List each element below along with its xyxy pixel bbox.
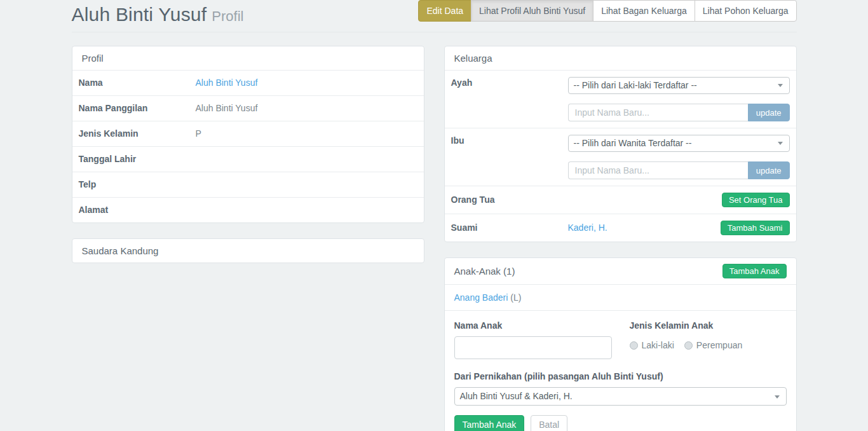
ayah-select[interactable]: -- Pilih dari Laki-laki Terdaftar -- (568, 77, 790, 94)
table-row-jenis-kelamin: Jenis Kelamin P (72, 121, 424, 146)
nama-anak-input[interactable] (454, 336, 612, 359)
ayah-update-button[interactable]: update (748, 104, 790, 121)
ibu-select[interactable]: -- Pilih dari Wanita Terdaftar -- (568, 135, 790, 152)
profil-panel: Profil Nama Aluh Binti Yusuf Nama Panggi… (72, 46, 424, 223)
radio-perempuan-label: Perempuan (696, 340, 742, 350)
ibu-select-value: -- Pilih dari Wanita Terdaftar -- (574, 138, 692, 148)
profil-panel-title: Profil (72, 46, 424, 70)
edit-data-button[interactable]: Edit Data (418, 0, 471, 22)
child-link[interactable]: Anang Baderi (454, 292, 508, 303)
page-subtitle: Profil (212, 8, 243, 24)
row-label: Alamat (79, 204, 196, 216)
table-row-orang-tua: Orang Tua Set Orang Tua (445, 186, 796, 214)
row-label: Jenis Kelamin (79, 128, 196, 140)
batal-button[interactable]: Batal (531, 415, 567, 431)
main-container: Aluh Binti YusufProfil Edit Data Lihat P… (72, 0, 797, 431)
set-orang-tua-button[interactable]: Set Orang Tua (722, 193, 790, 207)
table-row-ayah: Ayah -- Pilih dari Laki-laki Terdaftar -… (445, 70, 796, 128)
suami-link[interactable]: Kaderi, H. (568, 222, 607, 234)
tambah-anak-submit-button[interactable]: Tambah Anak (454, 415, 525, 431)
ibu-nama-baru-input[interactable] (568, 161, 748, 179)
nama-anak-label: Nama Anak (454, 320, 612, 331)
lihat-profil-button[interactable]: Lihat Profil Aluh Binti Yusuf (471, 0, 593, 22)
ayah-select-value: -- Pilih dari Laki-laki Terdaftar -- (574, 80, 697, 90)
form-actions: Tambah Anak Batal (454, 415, 787, 431)
tambah-anak-header-button[interactable]: Tambah Anak (722, 264, 787, 278)
saudara-kandung-panel-title: Saudara Kandung (72, 239, 424, 263)
row-label: Tanggal Lahir (79, 153, 196, 165)
ibu-input-group: update (568, 161, 790, 179)
row-label: Orang Tua (451, 194, 568, 206)
radio-laki-laki[interactable] (630, 341, 638, 350)
page-header: Aluh Binti YusufProfil Edit Data Lihat P… (72, 0, 797, 32)
table-row-ibu: Ibu -- Pilih dari Wanita Terdaftar -- up… (445, 128, 796, 186)
right-column: Keluarga Ayah -- Pilih dari Laki-laki Te… (444, 46, 797, 431)
jenis-kelamin-anak-label: Jenis Kelamin Anak (630, 320, 753, 331)
ayah-nama-baru-input[interactable] (568, 104, 748, 121)
table-row-suami: Suami Kaderi, H. Tambah Suami (445, 214, 796, 242)
chevron-down-icon (775, 395, 780, 399)
row-label: Nama (79, 77, 196, 89)
chevron-down-icon (778, 84, 783, 87)
table-row-tanggal-lahir: Tanggal Lahir (72, 146, 424, 172)
view-toolbar: Edit Data Lihat Profil Aluh Binti Yusuf … (418, 0, 796, 22)
saudara-kandung-panel: Saudara Kandung (72, 238, 424, 263)
tambah-suami-button[interactable]: Tambah Suami (721, 221, 790, 235)
dari-pernikahan-label: Dari Pernikahan (pilih pasangan Aluh Bin… (454, 371, 787, 381)
lihat-pohon-keluarga-button[interactable]: Lihat Pohon Keluarga (695, 0, 797, 22)
table-row-nama: Nama Aluh Binti Yusuf (72, 70, 424, 95)
child-list-item: Anang Baderi (L) (445, 284, 796, 310)
anak-anak-panel-heading: Anak-Anak (1) Tambah Anak (445, 258, 796, 284)
keluarga-panel-title: Keluarga (445, 46, 796, 70)
nama-link[interactable]: Aluh Binti Yusuf (196, 78, 258, 88)
tambah-anak-form: Nama Anak Jenis Kelamin Anak Laki-laki P… (445, 310, 796, 431)
ayah-input-group: update (568, 104, 790, 121)
ibu-update-button[interactable]: update (748, 161, 790, 179)
row-label: Nama Panggilan (79, 102, 196, 114)
row-label: Telp (79, 179, 196, 191)
row-label: Suami (451, 222, 568, 234)
page-title: Aluh Binti Yusuf (72, 4, 207, 25)
table-row-telp: Telp (72, 172, 424, 197)
child-gender: (L) (510, 292, 521, 303)
table-row-alamat: Alamat (72, 197, 424, 222)
row-value: Aluh Binti Yusuf (196, 102, 258, 114)
radio-laki-laki-label: Laki-laki (642, 340, 674, 350)
anak-anak-panel: Anak-Anak (1) Tambah Anak Anang Baderi (… (444, 257, 797, 431)
row-label: Ayah (451, 77, 568, 89)
pernikahan-select-value: Aluh Binti Yusuf & Kaderi, H. (460, 391, 573, 401)
radio-perempuan[interactable] (684, 341, 693, 350)
row-label: Ibu (451, 135, 568, 147)
chevron-down-icon (778, 142, 783, 145)
left-column: Profil Nama Aluh Binti Yusuf Nama Panggi… (72, 46, 424, 278)
keluarga-panel: Keluarga Ayah -- Pilih dari Laki-laki Te… (444, 46, 797, 242)
anak-anak-panel-title: Anak-Anak (1) (454, 265, 515, 277)
pernikahan-select[interactable]: Aluh Binti Yusuf & Kaderi, H. (454, 387, 787, 406)
row-value: P (196, 128, 201, 140)
lihat-bagan-keluarga-button[interactable]: Lihat Bagan Keluarga (593, 0, 695, 22)
table-row-nama-panggilan: Nama Panggilan Aluh Binti Yusuf (72, 95, 424, 121)
